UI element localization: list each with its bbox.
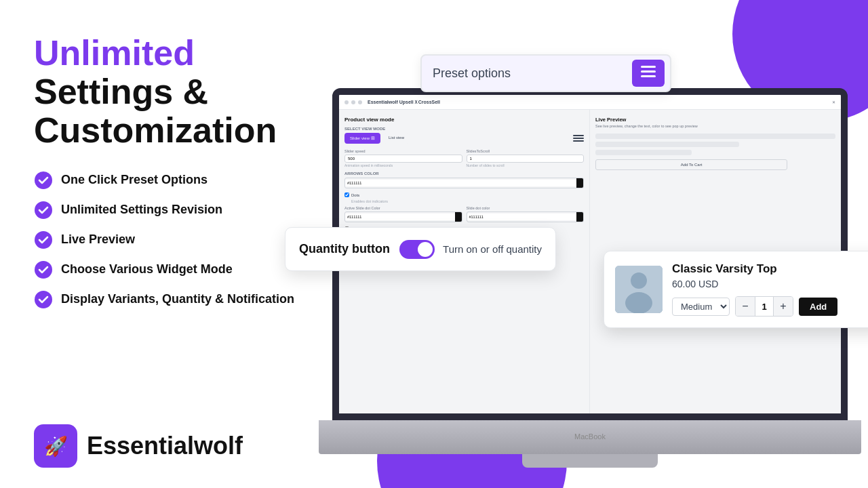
toggle-group: Turn on or off quantity xyxy=(399,240,542,259)
select-view-mode-label: SELECT VIEW MODE xyxy=(344,127,584,131)
feature-text-2: Unlimited Settings Revision xyxy=(61,203,222,217)
product-controls: Medium Small Large − 1 + Add xyxy=(672,296,868,317)
quantity-controls: − 1 + xyxy=(735,296,793,317)
icon-line-2 xyxy=(573,138,584,139)
svg-point-1 xyxy=(35,201,52,219)
headline-line1: Unlimited xyxy=(34,33,195,73)
arrows-color-field: #111111 xyxy=(344,178,584,188)
slide-dot-input[interactable]: #111111 xyxy=(467,211,585,222)
list-view-button[interactable]: List view xyxy=(383,133,410,144)
add-to-cart-preview: Add To Cart xyxy=(595,159,787,170)
check-icon-4 xyxy=(34,260,53,279)
quantity-button-label: Quantity button xyxy=(299,242,390,256)
quantity-increase-button[interactable]: + xyxy=(774,297,793,316)
headline-line2: Settings & xyxy=(34,72,208,111)
product-price: 60.00 USD xyxy=(672,279,868,289)
icon-line-1 xyxy=(573,135,584,136)
list-view-label: List view xyxy=(389,136,404,140)
arrows-color-input[interactable]: #111111 xyxy=(344,178,584,188)
active-dot-field: Active Slide dot Color #111111 xyxy=(344,206,462,222)
quantity-toggle-card: Quantity button Turn on or off quantity xyxy=(285,227,556,271)
quantity-toggle-switch[interactable] xyxy=(399,240,435,259)
quantity-value: 1 xyxy=(755,297,774,316)
brand-logo: 🚀 xyxy=(34,424,77,468)
svg-point-3 xyxy=(35,261,52,279)
check-icon-1 xyxy=(34,171,53,190)
quantity-decrease-button[interactable]: − xyxy=(736,297,755,316)
right-area: Preset options Essentia xyxy=(298,54,868,488)
live-preview-sub: See live preview, change the text, color… xyxy=(595,124,835,128)
arrows-color-row: #111111 xyxy=(344,178,584,188)
slide-dot-field: Slide dot color #111111 xyxy=(467,206,585,222)
slider-speed-hint: Animation speed in milliseconds xyxy=(344,163,462,167)
active-dot-value: #111111 xyxy=(345,214,455,220)
app-header: Essentialwolf UpsellＸCrossSell ✕ xyxy=(339,95,841,110)
product-info: Classic Varsity Top 60.00 USD Medium Sma… xyxy=(672,262,868,317)
active-dot-label: Active Slide dot Color xyxy=(344,206,462,210)
slides-to-scroll-label: SlidesToScroll xyxy=(467,149,585,153)
app-dot-3 xyxy=(358,100,362,104)
svg-rect-5 xyxy=(641,66,656,68)
dots-checkbox[interactable] xyxy=(344,192,349,197)
app-dot-2 xyxy=(351,100,355,104)
arrows-color-swatch xyxy=(576,178,583,188)
features-list: One Click Preset Options Unlimited Setti… xyxy=(34,171,298,309)
slider-speed-label: Slider speed xyxy=(344,149,462,153)
slider-speed-field[interactable] xyxy=(344,155,462,163)
feature-text-3: Live Preview xyxy=(61,232,135,247)
product-view-mode-title: Product view mode xyxy=(344,117,584,123)
variant-select[interactable]: Medium Small Large xyxy=(672,298,730,316)
arrows-color-label: Arrows color xyxy=(344,171,584,176)
preset-icon-button[interactable] xyxy=(632,60,665,87)
brand: 🚀 Essentialwolf xyxy=(34,424,243,468)
preset-options-card: Preset options xyxy=(420,54,671,92)
slider-view-button[interactable]: Slider view ⊞ xyxy=(344,133,380,144)
add-to-cart-button[interactable]: Add xyxy=(799,298,837,316)
product-image-svg xyxy=(615,266,663,313)
feature-item-2: Unlimited Settings Revision xyxy=(34,201,298,220)
headline: Unlimited Settings & Customization xyxy=(34,34,298,150)
svg-point-0 xyxy=(35,171,52,189)
svg-rect-7 xyxy=(641,75,656,77)
slider-speed-input: Slider speed Animation speed in millisec… xyxy=(344,149,462,167)
slides-to-scroll-field[interactable] xyxy=(467,155,585,163)
check-icon-5 xyxy=(34,290,53,309)
preset-label: Preset options xyxy=(433,66,511,81)
dots-label: Dots xyxy=(351,193,359,197)
app-dot-1 xyxy=(344,100,349,104)
preview-bar-3 xyxy=(595,150,692,155)
svg-rect-6 xyxy=(641,70,656,73)
feature-item-4: Choose Various Widget Mode xyxy=(34,260,298,279)
app-close-icon: ✕ xyxy=(832,100,835,104)
view-mode-buttons: Slider view ⊞ List view xyxy=(344,133,584,144)
app-title: Essentialwolf UpsellＸCrossSell xyxy=(368,99,440,106)
product-name: Classic Varsity Top xyxy=(672,262,868,276)
toggle-description: Turn on or off quantity xyxy=(443,243,542,255)
feature-item-1: One Click Preset Options xyxy=(34,171,298,190)
preview-bar-1 xyxy=(595,134,835,139)
left-panel: Unlimited Settings & Customization One C… xyxy=(0,0,326,488)
list-icon xyxy=(641,66,656,81)
check-icon-3 xyxy=(34,230,53,249)
svg-point-2 xyxy=(35,231,52,249)
check-icon-2 xyxy=(34,201,53,220)
dot-colors-row: Active Slide dot Color #111111 Slide dot… xyxy=(344,206,584,222)
laptop-brand-label: MacBook xyxy=(574,432,606,441)
dots-checkbox-row: Dots xyxy=(344,192,584,197)
speed-row: Slider speed Animation speed in millisec… xyxy=(344,149,584,167)
live-preview-title: Live Preview xyxy=(595,117,835,123)
product-image xyxy=(615,266,663,313)
icon-line-3 xyxy=(573,140,584,142)
feature-text-4: Choose Various Widget Mode xyxy=(61,262,233,277)
svg-point-10 xyxy=(625,292,652,313)
active-dot-input[interactable]: #111111 xyxy=(344,211,462,222)
product-card: Classic Varsity Top 60.00 USD Medium Sma… xyxy=(604,251,868,328)
list-toggle-icon[interactable] xyxy=(573,133,584,144)
svg-point-4 xyxy=(35,291,52,308)
laptop-foot xyxy=(522,454,658,468)
toggle-knob xyxy=(418,242,433,257)
slider-icon: ⊞ xyxy=(371,136,375,141)
slide-dot-label: Slide dot color xyxy=(467,206,585,210)
slider-view-label: Slider view xyxy=(350,136,370,140)
arrows-color-value: #111111 xyxy=(345,180,576,186)
